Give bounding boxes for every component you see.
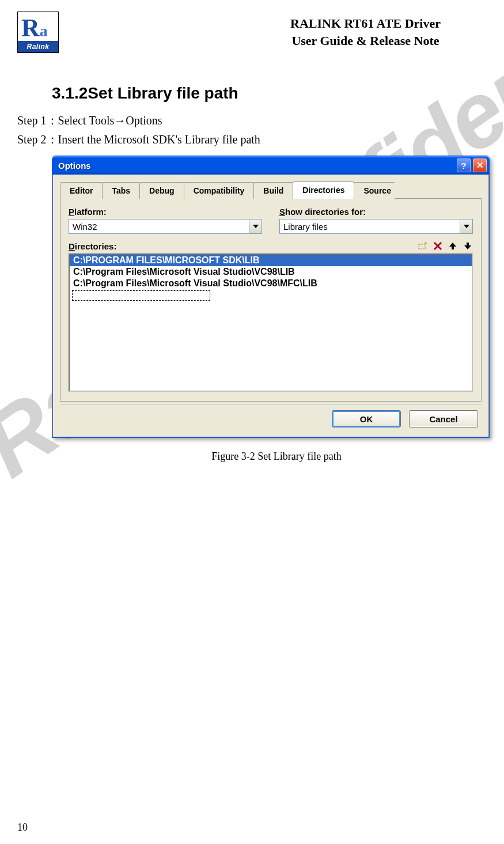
figure-options-dialog: Options ? ✕ Editor Tabs Debug Compatibil…	[52, 156, 501, 463]
directories-label: Directories:	[69, 241, 116, 251]
showfor-input[interactable]	[280, 219, 460, 233]
section-title: Set Library file path	[88, 84, 238, 102]
step-2: Step 2：Insert the Microsoft SDK's Librar…	[17, 132, 487, 147]
svg-marker-0	[253, 225, 259, 228]
svg-marker-7	[449, 243, 456, 249]
close-button[interactable]: ✕	[473, 158, 487, 172]
dialog-title: Options	[58, 161, 454, 171]
logo-mark: Ra Ralink	[17, 12, 59, 53]
move-down-icon[interactable]	[463, 241, 473, 251]
tab-build[interactable]: Build	[253, 182, 293, 199]
list-item-new[interactable]	[72, 290, 210, 301]
directories-listbox[interactable]: C:\PROGRAM FILES\MICROSOFT SDK\LIB C:\Pr…	[69, 253, 473, 392]
list-item[interactable]: C:\Program Files\Microsoft Visual Studio…	[70, 278, 472, 289]
platform-combo[interactable]	[69, 219, 262, 234]
tab-source[interactable]: Source	[354, 182, 394, 199]
new-folder-icon[interactable]	[418, 241, 428, 251]
logo: Ra Ralink	[17, 12, 59, 53]
section-number: 3.1.2	[52, 84, 88, 102]
step-1: Step 1：Select Tools→Options	[17, 113, 487, 128]
doc-title-line1: RALINK RT61 ATE Driver	[290, 15, 441, 32]
figure-caption: Figure 3-2 Set Library file path	[52, 451, 501, 463]
cancel-button[interactable]: Cancel	[409, 410, 478, 427]
logo-brand-text: Ralink	[26, 43, 49, 51]
arrow-right-icon: →	[114, 114, 126, 127]
showfor-combo[interactable]	[279, 219, 473, 234]
tab-row: Editor Tabs Debug Compatibility Build Di…	[60, 180, 482, 199]
tab-compatibility[interactable]: Compatibility	[184, 182, 255, 199]
step2-text: Insert the Microsoft SDK's Library file …	[58, 133, 260, 146]
showfor-label: Show directories for:	[279, 207, 473, 217]
list-item[interactable]: C:\Program Files\Microsoft Visual Studio…	[70, 266, 472, 278]
options-dialog: Options ? ✕ Editor Tabs Debug Compatibil…	[52, 156, 490, 438]
tab-editor[interactable]: Editor	[60, 182, 103, 199]
tab-directories[interactable]: Directories	[293, 181, 354, 199]
svg-marker-8	[464, 243, 471, 249]
tab-pane-directories: Platform: Platform:	[60, 199, 482, 402]
platform-input[interactable]	[69, 219, 249, 233]
doc-header: Ra Ralink RALINK RT61 ATE Driver User Gu…	[17, 6, 487, 70]
tab-tabs[interactable]: Tabs	[102, 182, 140, 199]
page-number: 10	[17, 822, 28, 834]
svg-rect-2	[419, 244, 425, 249]
step1-after: Options	[126, 114, 162, 127]
ok-button[interactable]: OK	[332, 410, 401, 427]
doc-title-line2: User Guide & Release Note	[290, 32, 441, 50]
dialog-titlebar[interactable]: Options ? ✕	[52, 156, 489, 175]
platform-label: Platform:	[69, 207, 262, 217]
tab-debug[interactable]: Debug	[139, 182, 184, 199]
step1-prefix: Step 1	[17, 114, 47, 127]
list-item[interactable]: C:\PROGRAM FILES\MICROSOFT SDK\LIB	[70, 255, 472, 266]
step2-prefix: Step 2	[17, 133, 47, 146]
delete-icon[interactable]	[433, 241, 443, 251]
chevron-down-icon[interactable]	[460, 219, 472, 233]
help-button[interactable]: ?	[457, 158, 471, 172]
section-heading: 3.1.2Set Library file path	[52, 84, 487, 103]
svg-marker-1	[464, 225, 469, 228]
move-up-icon[interactable]	[448, 241, 458, 251]
step1-text: Select Tools	[58, 114, 115, 127]
chevron-down-icon[interactable]	[249, 219, 262, 233]
